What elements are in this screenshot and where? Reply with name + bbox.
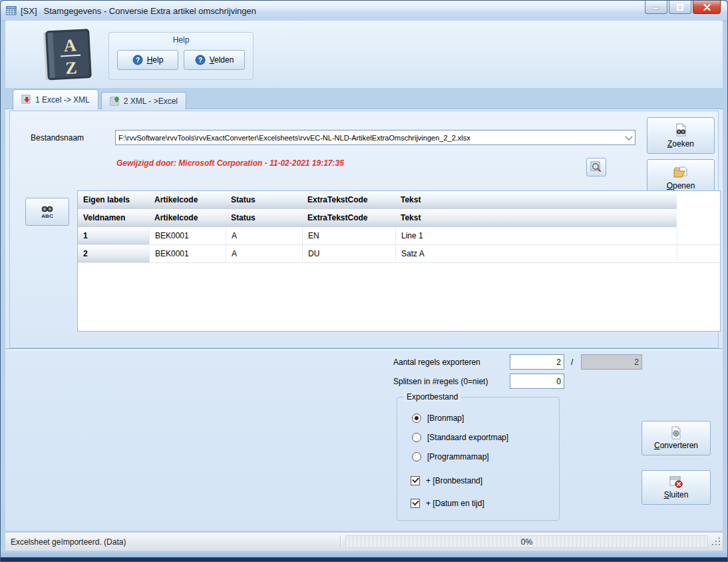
slash-separator: / (571, 358, 573, 367)
radio-icon (412, 452, 421, 461)
cell-tekst: Line 1 (395, 227, 677, 245)
col-header: ExtraTekstCode (302, 209, 395, 227)
desktop-edge-strip (1, 557, 727, 561)
radio-bronmap[interactable]: [Bronmap] (412, 414, 464, 423)
open-folder-icon (673, 165, 689, 180)
radio-programmamap[interactable]: [Programmamap] (412, 452, 489, 461)
modified-info-text: Gewijzigd door: Microsoft Corporation - … (116, 158, 344, 168)
converteren-button[interactable]: Converteren (641, 421, 711, 455)
openen-button-label: Openen (667, 181, 695, 190)
window-controls (643, 1, 721, 14)
help-group-title: Help (109, 35, 253, 45)
radio-label: [Programmamap] (427, 452, 489, 461)
statusbar-separator (340, 535, 341, 548)
cell-extratekstcode: EN (302, 227, 395, 245)
svg-text:?: ? (198, 57, 202, 64)
status-message: Excelsheet geïmporteerd. (Data) (5, 537, 340, 547)
aantal-totaal-field (581, 354, 642, 370)
az-dictionary-icon: A Z (35, 27, 96, 83)
radio-label: [Standaard exportmap] (427, 433, 508, 442)
checkbox-bronbestand[interactable]: + [Bronbestand] (411, 476, 482, 485)
table-row[interactable]: 1 BEK0001 A EN Line 1 (78, 227, 720, 245)
spreadsheet-app-icon (6, 5, 17, 16)
checkbox-datum-en-tijd[interactable]: + [Datum en tijd] (411, 499, 484, 508)
tab-excel-to-xml[interactable]: 1 Excel -> XML (13, 89, 98, 110)
find-in-data-button[interactable]: ABC (25, 198, 69, 226)
sluiten-button[interactable]: Sluiten (641, 470, 711, 505)
tab-label: 2 XML - >Excel (124, 97, 178, 106)
radio-icon (412, 414, 421, 423)
convert-document-icon (669, 426, 683, 439)
radio-label: [Bronmap] (427, 414, 464, 423)
data-grid: Eigen labels Artikelcode Status ExtraTek… (77, 190, 721, 332)
zoeken-button-label: Zoeken (667, 139, 694, 148)
binoculars-abc-icon: ABC (39, 203, 56, 220)
toolbar-banner: A Z Help ? Help ? (5, 21, 723, 88)
col-header: Eigen labels (78, 191, 149, 209)
row-number-cell: 2 (78, 245, 149, 263)
preview-grid-button[interactable] (586, 158, 606, 176)
splitsen-input[interactable] (510, 374, 564, 389)
question-icon: ? (195, 55, 206, 65)
table-row[interactable]: 2 BEK0001 A DU Satz A (78, 245, 720, 263)
cell-artikelcode: BEK0001 (149, 227, 226, 245)
help-button[interactable]: ? Help (117, 50, 178, 70)
excel-import-icon (110, 96, 120, 107)
col-header: Veldnamen (78, 209, 149, 227)
col-header: Tekst (395, 209, 677, 227)
cell-tekst: Satz A (395, 245, 677, 263)
filename-input[interactable] (116, 134, 623, 142)
grid-header-fieldnames: Veldnamen Artikelcode Status ExtraTekstC… (78, 209, 720, 227)
section-divider (5, 348, 723, 351)
zoeken-button[interactable]: Zoeken (647, 117, 715, 154)
col-header: ExtraTekstCode (302, 191, 395, 209)
minimize-button[interactable] (645, 1, 667, 14)
svg-text:?: ? (136, 57, 140, 64)
col-header: Artikelcode (149, 191, 226, 209)
window-bottom-border (1, 551, 727, 557)
app-window: [SX]Stamgegevens - Conversie Extra artik… (0, 0, 728, 562)
cell-extratekstcode: DU (302, 245, 395, 263)
title-bar[interactable]: [SX]Stamgegevens - Conversie Extra artik… (1, 1, 727, 21)
col-header: Artikelcode (149, 209, 226, 227)
import-section: Bestandsnaam Gewijzigd door: Microsoft C… (9, 111, 719, 348)
chevron-down-icon (625, 133, 632, 140)
resize-grip-icon[interactable] (712, 537, 721, 547)
exportbestand-groupbox: Exportbestand [Bronmap] [Standaard expor… (397, 397, 560, 521)
sluiten-button-label: Sluiten (664, 490, 689, 499)
tab-xml-to-excel[interactable]: 2 XML - >Excel (101, 92, 186, 110)
exportbestand-title: Exportbestand (404, 392, 460, 402)
converteren-button-label: Converteren (654, 441, 698, 450)
close-window-icon (669, 475, 683, 489)
grid-header-labels: Eigen labels Artikelcode Status ExtraTek… (78, 191, 720, 209)
aantal-regels-input[interactable] (510, 354, 564, 370)
question-icon: ? (132, 55, 143, 65)
col-header: Status (226, 191, 302, 209)
checkbox-icon (411, 499, 420, 508)
velden-button[interactable]: ? Velden (184, 50, 245, 70)
search-document-icon (673, 123, 688, 138)
combobox-dropdown[interactable] (623, 131, 635, 144)
col-header: Status (226, 209, 302, 227)
grid-magnifier-icon (590, 161, 602, 173)
tab-page-excel-to-xml: Bestandsnaam Gewijzigd door: Microsoft C… (5, 109, 723, 531)
aantal-regels-label: Aantal regels exporteren (393, 358, 480, 367)
radio-icon (412, 433, 421, 442)
checkbox-label: + [Bronbestand] (426, 476, 482, 485)
col-header: Tekst (395, 191, 677, 209)
tab-strip: 1 Excel -> XML 2 XML - >Excel (13, 89, 186, 109)
checkbox-label: + [Datum en tijd] (426, 499, 484, 508)
tab-label: 1 Excel -> XML (35, 95, 90, 105)
svg-text:ABC: ABC (41, 213, 53, 219)
checkbox-icon (411, 476, 420, 485)
row-number-cell: 1 (78, 227, 149, 245)
progress-bar: 0% (345, 535, 708, 548)
filename-combobox[interactable] (115, 130, 636, 145)
velden-button-label: Velden (210, 55, 234, 65)
cell-status: A (226, 227, 302, 245)
maximize-button[interactable] (669, 1, 691, 14)
close-button[interactable] (693, 1, 721, 14)
cell-status: A (226, 245, 302, 263)
radio-standaard-exportmap[interactable]: [Standaard exportmap] (412, 433, 508, 442)
window-title: [SX]Stamgegevens - Conversie Extra artik… (21, 6, 256, 16)
